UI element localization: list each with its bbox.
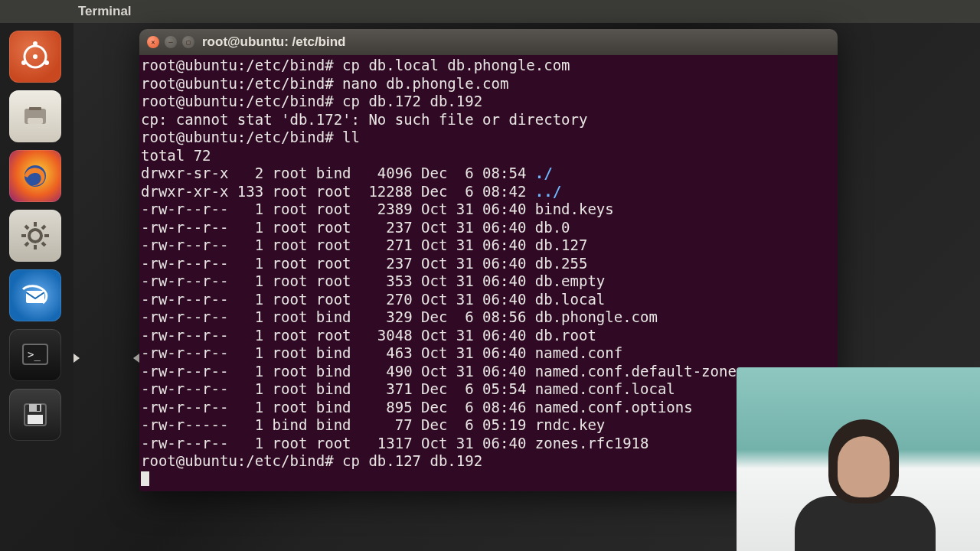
- launcher: >_: [0, 23, 74, 551]
- launcher-firefox-icon[interactable]: [9, 150, 61, 202]
- launcher-backup-icon[interactable]: [9, 389, 61, 441]
- launcher-dash-icon[interactable]: [9, 31, 61, 83]
- maximize-icon[interactable]: ▢: [182, 36, 194, 48]
- svg-line-15: [42, 243, 45, 246]
- titlebar[interactable]: ✕ – ▢ root@ubuntu: /etc/bind: [139, 29, 838, 55]
- launcher-terminal-icon[interactable]: >_: [9, 329, 61, 381]
- svg-point-2: [33, 41, 38, 46]
- svg-rect-6: [29, 107, 41, 110]
- svg-line-14: [25, 226, 28, 229]
- svg-rect-7: [28, 118, 43, 124]
- menubar: Terminal: [0, 0, 980, 23]
- svg-rect-24: [28, 415, 43, 424]
- svg-point-9: [29, 230, 41, 242]
- terminal-window: ✕ – ▢ root@ubuntu: /etc/bind root@ubuntu…: [139, 29, 838, 491]
- window-title: root@ubuntu: /etc/bind: [202, 34, 345, 50]
- terminal-body[interactable]: root@ubuntu:/etc/bind# cp db.local db.ph…: [139, 55, 838, 491]
- svg-point-4: [44, 60, 49, 65]
- svg-point-3: [21, 60, 26, 65]
- webcam-overlay: [737, 367, 980, 551]
- svg-point-1: [33, 54, 38, 59]
- launcher-files-icon[interactable]: [9, 90, 61, 142]
- svg-rect-18: [26, 291, 44, 303]
- close-icon[interactable]: ✕: [147, 36, 159, 48]
- minimize-icon[interactable]: –: [165, 36, 177, 48]
- svg-line-16: [42, 226, 45, 229]
- launcher-thunderbird-icon[interactable]: [9, 269, 61, 321]
- svg-rect-23: [37, 405, 40, 411]
- svg-line-17: [25, 243, 28, 246]
- svg-text:>_: >_: [28, 348, 41, 361]
- menubar-app-title: Terminal: [78, 4, 132, 19]
- launcher-settings-icon[interactable]: [9, 210, 61, 262]
